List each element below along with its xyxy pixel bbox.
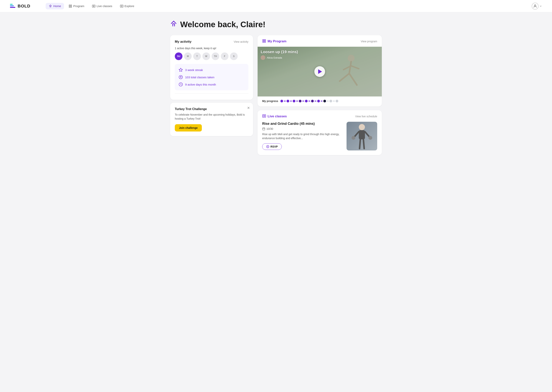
plus-circle-icon xyxy=(266,145,269,148)
streak-text: 3 week streak xyxy=(185,68,203,72)
prog-dot-6 xyxy=(311,100,314,102)
prog-dot-2 xyxy=(287,100,289,102)
program-video-thumbnail[interactable]: Loosen up (19 mins) Alicia Estrada xyxy=(258,47,382,97)
view-program-link[interactable]: View program xyxy=(361,40,377,43)
prog-dot-10 xyxy=(336,100,338,102)
prog-dot-7 xyxy=(317,100,320,102)
view-activity-link[interactable]: View activity xyxy=(234,40,248,43)
activity-card: My activity View activity 1 active days … xyxy=(170,35,253,100)
nav-home[interactable]: Home xyxy=(46,3,64,9)
prog-dot-5 xyxy=(305,100,308,102)
challenge-card: ✕ Turkey Trot Challenge To celebrate Nov… xyxy=(170,103,253,136)
live-classes-card: Live classes View live schedule Rise and… xyxy=(258,110,382,155)
program-title: My Program xyxy=(268,39,286,43)
prog-conn-9 xyxy=(333,101,335,101)
svg-rect-16 xyxy=(263,40,264,41)
instructor-avatar xyxy=(261,55,265,60)
stats-box: 3 week streak 103 total classes taken xyxy=(175,64,248,90)
play-button[interactable] xyxy=(314,66,325,77)
streak-stat: 3 week streak xyxy=(179,68,245,72)
program-card: My Program View program xyxy=(258,35,382,106)
prog-conn-1 xyxy=(284,101,286,101)
day-w: W xyxy=(202,52,210,60)
svg-point-35 xyxy=(359,124,365,130)
live-figure xyxy=(350,122,373,150)
prog-dot-1 xyxy=(280,100,283,102)
program-header: My Program View program xyxy=(258,35,382,47)
prog-conn-8 xyxy=(327,101,329,101)
video-title: Loosen up (19 mins) xyxy=(261,50,298,54)
nav-live-classes[interactable]: Live classes xyxy=(89,3,115,9)
svg-marker-12 xyxy=(179,68,182,71)
main-content: Welcome back, Claire! My activity View a… xyxy=(161,12,391,163)
svg-rect-18 xyxy=(263,41,264,42)
avatar xyxy=(532,3,538,10)
instructor-name: Alicia Estrada xyxy=(267,56,282,59)
svg-rect-4 xyxy=(71,5,72,6)
rsvp-label: RSVP xyxy=(270,145,278,148)
prog-conn-7 xyxy=(321,101,323,101)
progress-dots xyxy=(280,100,338,102)
challenge-close-button[interactable]: ✕ xyxy=(247,106,250,110)
live-class-description: Rise up with Meli and get ready to grind… xyxy=(262,132,343,140)
program-title-row: My Program xyxy=(262,39,286,44)
live-class-title: Rise and Grind Cardio (45 mins) xyxy=(262,122,343,126)
prog-conn-6 xyxy=(314,101,316,101)
prog-conn-3 xyxy=(296,101,298,101)
prog-dot-8 xyxy=(323,100,326,102)
active-days-text: 9 active days this month xyxy=(185,83,216,86)
join-challenge-button[interactable]: Join challenge xyxy=(175,124,202,132)
day-circles: SU M T W TH F S xyxy=(175,52,248,60)
svg-rect-9 xyxy=(120,5,123,7)
progress-label: My progress xyxy=(262,99,278,103)
program-icon xyxy=(262,39,266,44)
welcome-heading: Welcome back, Claire! xyxy=(180,20,265,29)
classes-stat: 103 total classes taken xyxy=(179,75,245,79)
progress-row: My progress xyxy=(258,97,382,106)
live-class-info: Rise and Grind Cardio (45 mins) 10/30 Ri… xyxy=(262,122,343,150)
svg-line-41 xyxy=(360,139,360,148)
activity-title: My activity xyxy=(175,40,191,44)
chevron-down-icon xyxy=(539,5,542,7)
live-content: Rise and Grind Cardio (45 mins) 10/30 Ri… xyxy=(258,122,382,155)
classes-text: 103 total classes taken xyxy=(185,76,214,79)
activity-subtitle: 1 active days this week, keep it up! xyxy=(175,47,248,50)
live-header: Live classes View live schedule xyxy=(258,110,382,122)
clock-icon xyxy=(179,82,183,86)
left-column: My activity View activity 1 active days … xyxy=(170,35,253,155)
svg-line-39 xyxy=(365,132,370,137)
challenge-title: Turkey Trot Challenge xyxy=(175,107,248,111)
calendar-icon xyxy=(262,127,265,130)
main-grid: My activity View activity 1 active days … xyxy=(170,35,382,155)
activity-header: My activity View activity xyxy=(175,40,248,44)
logo[interactable]: BOLD xyxy=(9,3,30,10)
svg-point-10 xyxy=(121,6,122,7)
prog-conn-2 xyxy=(290,101,292,101)
live-class-image xyxy=(347,122,377,150)
svg-rect-17 xyxy=(264,40,266,41)
home-icon xyxy=(170,20,177,29)
prog-conn-5 xyxy=(308,101,310,101)
challenge-description: To celebrate November and the upcoming h… xyxy=(175,113,248,121)
welcome-section: Welcome back, Claire! xyxy=(170,20,382,29)
upload-icon xyxy=(179,75,183,79)
prog-dot-9 xyxy=(329,100,332,102)
svg-rect-19 xyxy=(264,41,266,42)
svg-line-37 xyxy=(354,132,359,137)
svg-rect-3 xyxy=(69,5,70,6)
day-t: T xyxy=(193,52,201,60)
rsvp-button[interactable]: RSVP xyxy=(262,143,282,150)
play-triangle-icon xyxy=(318,69,322,74)
logo-text: BOLD xyxy=(18,4,30,9)
svg-point-11 xyxy=(534,5,536,6)
view-live-schedule-link[interactable]: View live schedule xyxy=(355,115,377,118)
day-m: M xyxy=(184,52,192,60)
svg-rect-0 xyxy=(10,7,15,8)
svg-rect-2 xyxy=(10,4,13,5)
user-menu-button[interactable] xyxy=(531,2,543,10)
nav-program[interactable]: Program xyxy=(65,3,87,9)
day-f: F xyxy=(221,52,228,60)
prog-dot-3 xyxy=(293,100,295,102)
nav-explore[interactable]: Explore xyxy=(117,3,138,9)
prog-conn-4 xyxy=(302,101,304,101)
